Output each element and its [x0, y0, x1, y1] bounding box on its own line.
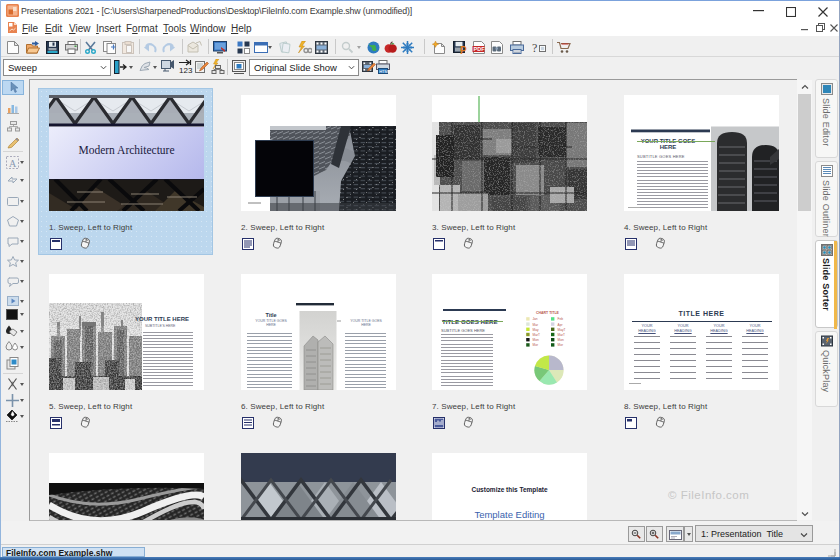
- svg-text:Apr: Apr: [558, 323, 564, 327]
- svg-text:Feb: Feb: [558, 317, 564, 321]
- svg-text:Mor: Mor: [533, 343, 539, 347]
- svg-text:MarT: MarT: [533, 333, 540, 337]
- svg-text:MarT: MarT: [558, 333, 565, 337]
- svg-text:P: P: [460, 45, 467, 54]
- svg-text:?: ?: [532, 41, 537, 54]
- svg-text:123: 123: [179, 66, 193, 74]
- svg-text:Mon: Mon: [533, 338, 539, 342]
- svg-text:Mon: Mon: [558, 338, 564, 342]
- svg-text:Mar: Mar: [533, 323, 539, 327]
- svg-text:Mor: Mor: [558, 343, 564, 347]
- svg-text:A: A: [9, 157, 17, 168]
- svg-text:HTML: HTML: [379, 69, 390, 74]
- svg-text:MayT: MayT: [558, 328, 566, 332]
- svg-text:Jan: Jan: [533, 317, 538, 321]
- svg-text:May: May: [533, 328, 539, 332]
- svg-text:PDF: PDF: [474, 46, 486, 52]
